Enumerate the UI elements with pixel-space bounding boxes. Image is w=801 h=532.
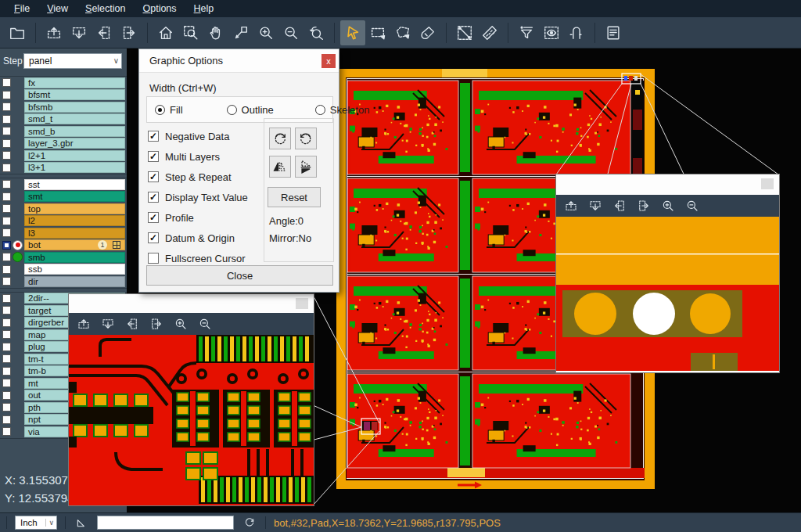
- move-view-icon[interactable]: [228, 20, 253, 45]
- layer-row-smt[interactable]: smt: [0, 191, 127, 203]
- box-arrow-right-icon[interactable]: [117, 20, 142, 45]
- layer-visibility-checkbox[interactable]: [2, 367, 11, 376]
- zoom-out-icon[interactable]: [278, 20, 304, 45]
- box-arrow-right-icon[interactable]: [634, 196, 654, 216]
- layer-visibility-checkbox[interactable]: [2, 217, 11, 225]
- step-select[interactable]: panel ∨: [23, 53, 122, 69]
- refresh-icon[interactable]: [242, 515, 257, 530]
- radio-skeleton[interactable]: Skeleton: [315, 104, 370, 116]
- layer-visibility-checkbox[interactable]: [2, 127, 11, 135]
- layer-row-l3[interactable]: l3: [0, 227, 127, 239]
- close-button[interactable]: Close: [146, 265, 333, 286]
- checkbox-profile[interactable]: ✓Profile: [148, 207, 248, 228]
- ruler-icon[interactable]: [477, 20, 502, 45]
- radio-circle-icon[interactable]: [227, 105, 237, 115]
- box-arrow-left-icon[interactable]: [609, 196, 630, 216]
- home-icon[interactable]: [153, 20, 178, 45]
- layer-name[interactable]: bfsmb: [24, 102, 125, 113]
- mirror-vertical-button[interactable]: [295, 156, 317, 178]
- layer-visibility-checkbox[interactable]: [2, 277, 11, 286]
- layer-name[interactable]: sst: [24, 179, 125, 190]
- layer-name[interactable]: smd_t: [24, 113, 125, 124]
- checkbox-icon[interactable]: ✓: [148, 131, 159, 142]
- layer-name[interactable]: l3+1: [24, 162, 125, 173]
- layer-visibility-checkbox[interactable]: [2, 253, 11, 261]
- zoom-in-icon[interactable]: [658, 196, 678, 216]
- layer-row-layer_3.gbr[interactable]: layer_3.gbr: [0, 138, 127, 150]
- layer-row-l2+1[interactable]: l2+1: [0, 149, 127, 162]
- layer-visibility-checkbox[interactable]: [2, 204, 11, 213]
- layer-name[interactable]: l3: [24, 228, 125, 239]
- layer-name[interactable]: bot1: [24, 239, 125, 250]
- layer-row-smd_b[interactable]: smd_b: [0, 125, 127, 138]
- layer-row-fx[interactable]: fx: [0, 77, 127, 89]
- layer-name[interactable]: fx: [24, 77, 125, 88]
- box-arrow-down-icon[interactable]: [66, 20, 92, 45]
- layer-visibility-checkbox[interactable]: [2, 151, 11, 160]
- layer-visibility-checkbox[interactable]: [2, 318, 11, 327]
- layer-visibility-checkbox[interactable]: [2, 403, 11, 412]
- pan-hand-icon[interactable]: [203, 20, 228, 45]
- layer-visibility-checkbox[interactable]: [2, 115, 11, 124]
- layer-visibility-checkbox[interactable]: [2, 78, 11, 87]
- menu-item-selection[interactable]: Selection: [77, 2, 133, 16]
- zoom-in-icon[interactable]: [253, 20, 278, 45]
- open-folder-icon[interactable]: [5, 20, 30, 45]
- layer-visibility-checkbox[interactable]: [2, 228, 11, 237]
- measure-diagonal-icon[interactable]: [452, 20, 477, 45]
- report-icon[interactable]: [601, 20, 626, 45]
- layer-row-dir[interactable]: dir: [0, 275, 127, 288]
- window-button-icon[interactable]: [761, 178, 774, 189]
- checkbox-icon[interactable]: ✓: [148, 212, 159, 223]
- menu-item-help[interactable]: Help: [186, 2, 222, 16]
- radio-circle-icon[interactable]: [315, 105, 325, 115]
- layer-row-ssb[interactable]: ssb: [0, 264, 127, 276]
- layer-visibility-checkbox[interactable]: [2, 379, 11, 387]
- layer-row-top[interactable]: top: [0, 203, 127, 215]
- filter-icon[interactable]: [514, 20, 539, 45]
- checkbox-negative-data[interactable]: ✓Negative Data: [148, 126, 248, 146]
- layer-visibility-checkbox[interactable]: [2, 91, 11, 99]
- layer-row-l3+1[interactable]: l3+1: [0, 162, 127, 174]
- layer-visibility-checkbox[interactable]: [2, 294, 11, 303]
- layer-visibility-checkbox[interactable]: [2, 265, 11, 274]
- magnifier-right-content[interactable]: [556, 217, 779, 374]
- layer-visibility-checkbox[interactable]: [2, 102, 11, 111]
- menu-item-file[interactable]: File: [6, 2, 38, 16]
- layer-row-sst[interactable]: sst: [0, 178, 127, 191]
- layer-visibility-checkbox[interactable]: [2, 164, 11, 172]
- layer-visibility-checkbox[interactable]: [2, 354, 11, 363]
- radio-fill[interactable]: Fill: [155, 104, 183, 116]
- radio-outline[interactable]: Outline: [227, 104, 274, 116]
- checkbox-icon[interactable]: ✓: [148, 151, 159, 162]
- reset-button[interactable]: Reset: [268, 187, 321, 207]
- rotate-cw-button[interactable]: [269, 128, 291, 149]
- layer-visibility-checkbox[interactable]: [2, 415, 11, 424]
- layer-visibility-checkbox[interactable]: [2, 391, 11, 400]
- layer-name[interactable]: smt: [24, 191, 125, 202]
- box-arrow-right-icon[interactable]: [146, 314, 167, 334]
- layer-visibility-checkbox[interactable]: [2, 330, 11, 339]
- checkbox-multi-layers[interactable]: ✓Multi Layers: [148, 146, 248, 167]
- eye-box-icon[interactable]: [539, 20, 564, 45]
- command-input[interactable]: [97, 516, 234, 530]
- layer-name[interactable]: top: [24, 203, 125, 214]
- magnifier-left-titlebar[interactable]: [69, 294, 314, 313]
- checkbox-datum-origin[interactable]: ✓Datum & Origin: [148, 228, 248, 248]
- layer-row-bfsmb[interactable]: bfsmb: [0, 101, 127, 113]
- layer-visibility-checkbox[interactable]: [2, 427, 11, 436]
- grid-icon[interactable]: [113, 241, 120, 249]
- box-arrow-down-icon[interactable]: [585, 196, 605, 216]
- layer-name[interactable]: dir: [24, 276, 125, 287]
- layer-name[interactable]: l2: [24, 215, 125, 226]
- checkbox-icon[interactable]: ✓: [148, 192, 159, 203]
- zoom-previous-icon[interactable]: [304, 20, 329, 45]
- box-arrow-left-icon[interactable]: [92, 20, 117, 45]
- checkbox-icon[interactable]: [148, 253, 159, 264]
- checkbox-icon[interactable]: ✓: [148, 171, 159, 182]
- rotate-ccw-button[interactable]: [295, 128, 317, 149]
- layer-visibility-checkbox[interactable]: [2, 192, 11, 201]
- layer-name[interactable]: smb: [24, 252, 125, 263]
- layer-name[interactable]: bfsmt: [24, 89, 125, 100]
- box-arrow-up-icon[interactable]: [74, 314, 94, 334]
